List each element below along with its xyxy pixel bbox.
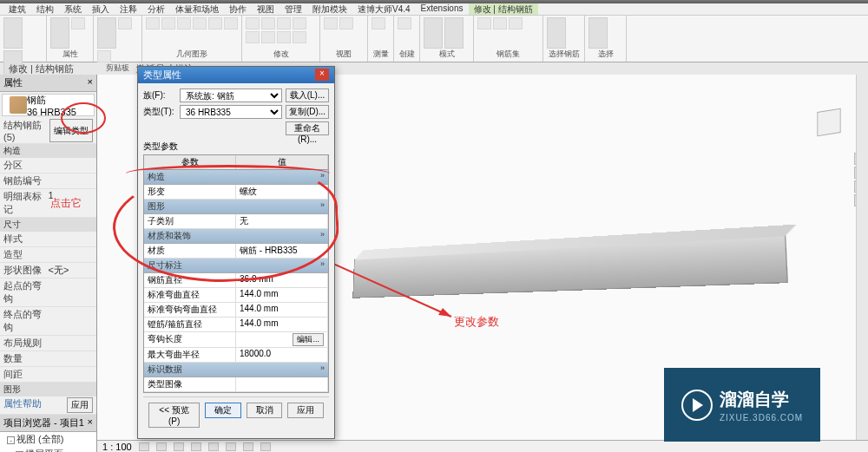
param-value[interactable]: 144.0 mm [236,288,328,302]
load-button[interactable]: 载入(L)... [286,88,329,102]
status-icon[interactable] [260,442,271,451]
apply-button[interactable]: 应用 [287,403,324,418]
preview-button[interactable]: << 预览(P) [148,403,200,428]
menu-addins[interactable]: 附加模块 [307,3,352,15]
ribbon-icon[interactable] [444,17,464,49]
prop-value[interactable] [49,279,94,305]
menu-systems[interactable]: 系统 [59,3,87,15]
status-icon[interactable] [156,442,167,451]
ribbon-icon[interactable] [97,50,111,62]
menu-architecture[interactable]: 建筑 [3,3,31,15]
param-value[interactable]: 无 [236,214,328,228]
edit-button[interactable]: 编辑... [293,333,324,346]
dialog-close-button[interactable]: × [315,69,329,81]
prop-value[interactable] [49,159,94,172]
ribbon-icon[interactable] [146,17,160,29]
scrollbar-vertical[interactable] [856,75,868,440]
param-value[interactable]: 36.0 mm [236,273,328,287]
type-selector[interactable]: 钢筋 36 HRB335 [2,94,95,116]
param-section-materials[interactable]: 材质和装饰 [144,229,328,244]
prop-value[interactable] [49,337,94,350]
menu-extensions[interactable]: Extensions [416,3,469,15]
ribbon-icon[interactable] [398,17,411,29]
ribbon-icon[interactable] [177,17,191,29]
context-tab-modify[interactable]: 修改 | 结构钢筋 [3,62,79,75]
cancel-button[interactable]: 取消 [247,403,283,418]
status-icon[interactable] [243,442,253,451]
menu-subo[interactable]: 速博大师V4.4 [352,3,416,15]
ribbon-icon[interactable] [161,17,175,29]
status-icon[interactable] [208,442,219,451]
type-select[interactable]: 36 HRB335 [180,105,282,119]
ribbon-icon[interactable] [71,17,85,29]
ribbon-icon[interactable] [118,17,132,29]
ribbon-icon[interactable] [261,17,275,29]
param-section-graphics[interactable]: 图形 [144,200,328,214]
param-value[interactable]: 螺纹 [236,185,328,199]
menu-massing[interactable]: 体量和场地 [170,3,224,15]
apply-button[interactable]: 应用 [67,397,93,413]
ribbon-icon[interactable] [509,17,523,29]
menu-modify-rebar[interactable]: 修改 | 结构钢筋 [469,3,538,15]
tree-expand-icon[interactable]: - [7,436,15,444]
edit-type-button[interactable]: 编辑类型 [49,119,93,142]
window-minimize[interactable] [851,0,868,3]
status-icon[interactable] [226,442,236,451]
param-value[interactable]: 18000.0 [236,348,328,362]
status-icon[interactable] [139,442,149,451]
menu-insert[interactable]: 插入 [87,3,115,15]
menu-analyze[interactable]: 分析 [142,3,170,15]
ribbon-icon[interactable] [372,17,385,29]
ribbon-icon[interactable] [224,17,238,29]
tree-item[interactable]: -楼层平面 [0,447,96,452]
scale-value[interactable]: 1 : 100 [102,442,132,452]
ribbon-icon[interactable] [261,31,275,43]
tree-item[interactable]: -视图 (全部) [0,432,96,447]
prop-value[interactable] [49,308,94,334]
ribbon-icon[interactable] [477,17,491,29]
status-icon[interactable] [191,442,201,451]
prop-value[interactable] [49,174,94,187]
prop-value[interactable] [49,248,94,261]
param-section-dimensions[interactable]: 尺寸标注 [144,259,328,273]
param-value[interactable] [236,377,328,391]
cube-icon[interactable] [817,108,840,137]
ok-button[interactable]: 确定 [205,403,241,418]
prop-value[interactable] [49,368,94,381]
param-value[interactable]: 144.0 mm [236,318,328,331]
ribbon-icon[interactable] [246,17,260,29]
viewcube[interactable] [807,101,851,144]
ribbon-icon[interactable] [277,31,291,43]
duplicate-button[interactable]: 复制(D)... [286,105,329,119]
menu-annotate[interactable]: 注释 [115,3,142,15]
prop-value[interactable] [49,352,94,365]
ribbon-icon[interactable] [277,17,291,29]
ribbon-icon[interactable] [293,31,306,43]
ribbon-icon[interactable] [424,17,443,49]
modify-tool-icon[interactable] [3,17,23,49]
param-value[interactable]: 144.0 mm [236,303,328,317]
close-icon[interactable]: × [88,76,93,89]
param-value[interactable]: 钢筋 - HRB335 [236,244,328,258]
properties-icon[interactable] [50,17,69,49]
ribbon-icon[interactable] [589,17,608,49]
ribbon-icon[interactable] [193,17,207,29]
ribbon-icon[interactable] [208,17,222,29]
ribbon-icon[interactable] [547,17,566,49]
ribbon-icon[interactable] [493,17,507,29]
ribbon-icon[interactable] [339,17,353,29]
prop-value[interactable] [49,233,94,246]
ribbon-icon[interactable] [324,17,338,29]
paste-icon[interactable] [97,17,116,49]
prop-value[interactable]: <无> [49,264,94,277]
menu-collaborate[interactable]: 协作 [224,3,252,15]
menu-view[interactable]: 视图 [252,3,279,15]
dialog-titlebar[interactable]: 类型属性 × [138,67,334,83]
family-select[interactable]: 系统族: 钢筋 [180,88,282,102]
ribbon-icon[interactable] [246,31,260,43]
rename-button[interactable]: 重命名(R)... [286,121,329,135]
status-icon[interactable] [174,442,184,451]
close-icon[interactable]: × [88,416,93,429]
properties-help-link[interactable]: 属性帮助 [3,397,67,413]
param-section-identity[interactable]: 标识数据 [144,363,328,377]
